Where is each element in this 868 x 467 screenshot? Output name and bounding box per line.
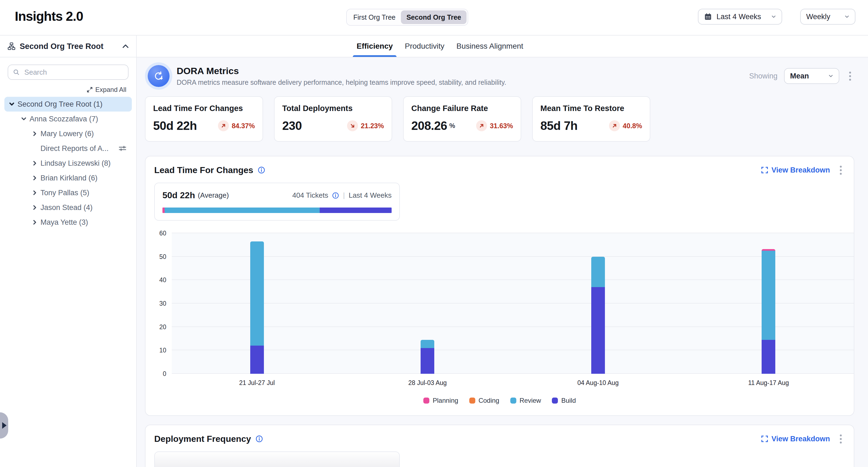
stacked-bar[interactable] <box>250 233 264 374</box>
search-box[interactable] <box>8 65 128 80</box>
legend-item-planning[interactable]: Planning <box>423 397 458 404</box>
info-icon[interactable] <box>332 192 339 199</box>
stacked-bar[interactable] <box>762 233 775 374</box>
tree-item-label: Tony Pallas (5) <box>40 189 89 197</box>
tree-item-label: Brian Kirkland (6) <box>40 174 98 182</box>
metric-title: Total Deployments <box>282 104 384 113</box>
chevron-right-icon[interactable] <box>31 174 39 182</box>
granularity-select[interactable]: Weekly <box>800 9 856 25</box>
summary-bar-segment-build <box>320 208 392 213</box>
chart-column: 21 Jul-27 Jul <box>172 233 342 374</box>
tree-item[interactable]: Anna Scozzafava (7) <box>0 112 136 126</box>
aggregation-value: Mean <box>790 72 824 81</box>
view-breakdown-label: View Breakdown <box>772 166 830 175</box>
expand-all-button[interactable]: Expand All <box>10 86 126 94</box>
deployment-kebab-menu[interactable] <box>837 432 845 446</box>
org-tree-toggle[interactable]: First Org TreeSecond Org Tree <box>346 9 468 26</box>
info-icon[interactable] <box>255 435 263 443</box>
tab-productivity[interactable]: Productivity <box>405 35 444 57</box>
legend-item-coding[interactable]: Coding <box>469 397 499 404</box>
tree-item[interactable]: Second Org Tree Root (1) <box>4 97 132 112</box>
metric-title: Lead Time For Changes <box>153 104 255 113</box>
lead-time-chart[interactable]: 010203040506021 Jul-27 Jul28 Jul-03 Aug0… <box>172 233 854 374</box>
top-bar: Insights 2.0 First Org TreeSecond Org Tr… <box>0 0 868 35</box>
view-breakdown-button[interactable]: View Breakdown <box>761 435 830 443</box>
legend-swatch <box>510 398 516 404</box>
view-breakdown-label: View Breakdown <box>772 435 830 443</box>
chevron-down-icon[interactable] <box>8 100 16 108</box>
granularity-value: Weekly <box>806 12 840 21</box>
tab-efficiency[interactable]: Efficiency <box>356 35 393 57</box>
metric-delta: 21.23% <box>347 120 384 131</box>
lead-time-kebab-menu[interactable] <box>837 163 845 177</box>
x-axis-tick-label: 28 Jul-03 Aug <box>408 379 447 386</box>
deployment-summary-card <box>154 452 400 467</box>
legend-item-review[interactable]: Review <box>510 397 541 404</box>
tree-item[interactable]: Lindsay Liszewski (8) <box>0 156 136 170</box>
chevron-right-icon[interactable] <box>31 159 39 167</box>
aggregation-select[interactable]: Mean <box>784 68 839 84</box>
chevron-down-icon <box>844 14 849 19</box>
filter-sliders-icon[interactable] <box>119 145 126 152</box>
summary-tickets: 404 Tickets <box>292 191 329 199</box>
dora-header-text: DORA Metrics DORA metrics measure softwa… <box>177 66 506 86</box>
info-icon[interactable] <box>258 166 265 174</box>
metric-delta-value: 31.63% <box>490 122 513 130</box>
collapse-caret-icon[interactable] <box>123 44 128 48</box>
search-input[interactable] <box>23 67 123 77</box>
dora-controls: Showing Mean <box>749 68 854 84</box>
tab-business-alignment[interactable]: Business Alignment <box>457 35 523 57</box>
bar-segment-review <box>250 242 264 346</box>
metric-delta-value: 40.8% <box>623 122 642 130</box>
lead-time-title: Lead Time For Changes <box>154 165 253 175</box>
chevron-right-icon[interactable] <box>31 189 39 197</box>
chevron-right-icon[interactable] <box>31 130 39 138</box>
summary-range: Last 4 Weeks <box>349 191 392 199</box>
sidebar-header[interactable]: Second Org Tree Root <box>0 35 137 57</box>
metric-value: 208.26 <box>411 119 447 133</box>
tree-item[interactable]: Direct Reports of A... <box>0 141 136 156</box>
chevron-right-icon[interactable] <box>31 204 39 212</box>
tree-item[interactable]: Jason Stead (4) <box>0 200 136 215</box>
bar-segment-build <box>762 340 775 374</box>
lead-time-section: Lead Time For Changes View Breakdown <box>145 156 854 416</box>
chevron-down-icon[interactable] <box>20 115 28 123</box>
summary-separator: | <box>343 191 345 199</box>
legend-item-build[interactable]: Build <box>552 397 576 404</box>
search-icon <box>13 69 20 76</box>
org-toggle-option[interactable]: First Org Tree <box>348 10 401 24</box>
tree-item[interactable]: Maya Yette (3) <box>0 215 136 230</box>
chart-legend: PlanningCodingReviewBuild <box>154 397 845 404</box>
chevron-right-icon[interactable] <box>31 218 39 226</box>
metric-value: 50d 22h <box>153 119 197 133</box>
tree-item-label: Direct Reports of A... <box>40 144 108 153</box>
tree-item[interactable]: Brian Kirkland (6) <box>0 170 136 185</box>
stacked-bar[interactable] <box>591 233 605 374</box>
arrow-right-icon <box>2 422 6 429</box>
metric-card: Total Deployments23021.23% <box>274 96 392 142</box>
app-root: Insights 2.0 First Org TreeSecond Org Tr… <box>0 0 868 467</box>
app-title: Insights 2.0 <box>15 9 83 24</box>
dora-kebab-menu[interactable] <box>846 69 854 83</box>
date-range-select[interactable]: Last 4 Weeks <box>698 9 782 25</box>
summary-stacked-bar <box>162 208 392 213</box>
y-axis-tick-label: 30 <box>159 300 166 307</box>
sidebar-collapse-handle[interactable] <box>0 412 8 439</box>
bar-segment-build <box>421 348 434 374</box>
metric-title: Mean Time To Restore <box>540 104 642 113</box>
metric-cards: Lead Time For Changes50d 22h84.37%Total … <box>145 96 854 142</box>
deployment-title: Deployment Frequency <box>154 434 251 444</box>
org-toggle-option[interactable]: Second Org Tree <box>401 10 467 24</box>
metric-title: Change Failure Rate <box>411 104 513 113</box>
metric-delta: 31.63% <box>476 120 513 131</box>
stacked-bar[interactable] <box>421 233 434 374</box>
chart-columns: 21 Jul-27 Jul28 Jul-03 Aug04 Aug-10 Aug1… <box>172 233 854 374</box>
view-breakdown-button[interactable]: View Breakdown <box>761 166 830 175</box>
metric-card: Change Failure Rate208.26%31.63% <box>403 96 521 142</box>
expand-view-icon <box>761 435 768 442</box>
sidebar-header-label: Second Org Tree Root <box>20 42 103 51</box>
expand-all-icon <box>87 87 93 93</box>
tree-item[interactable]: Tony Pallas (5) <box>0 185 136 200</box>
tree-item[interactable]: Mary Lowery (6) <box>0 126 136 141</box>
calendar-icon <box>704 12 712 21</box>
